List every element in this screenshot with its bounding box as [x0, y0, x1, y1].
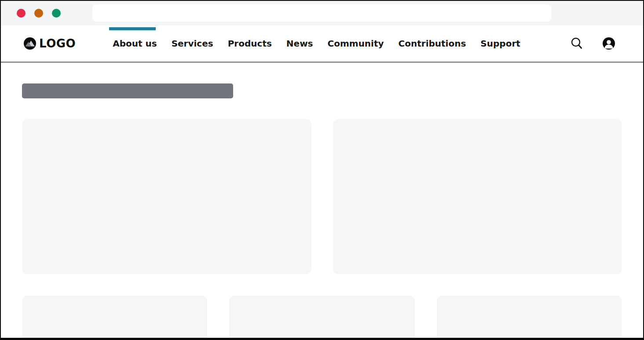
nav-item-community[interactable]: Community	[328, 38, 384, 49]
nav-item-news[interactable]: News	[286, 38, 313, 49]
card-row-top	[22, 119, 622, 274]
browser-window: LOGO About us Services Products News Com…	[0, 0, 644, 340]
card-placeholder	[333, 119, 622, 274]
site-header: LOGO About us Services Products News Com…	[1, 25, 643, 63]
window-zoom-button[interactable]	[52, 9, 61, 18]
card-placeholder	[437, 296, 622, 340]
active-tab-indicator	[109, 27, 156, 30]
card-placeholder	[229, 296, 414, 340]
search-icon[interactable]	[570, 36, 583, 51]
nav-item-support[interactable]: Support	[480, 38, 520, 49]
nav-item-about-us[interactable]: About us	[113, 38, 157, 49]
nav-item-products[interactable]: Products	[228, 38, 272, 49]
logo-mountain-icon	[24, 37, 36, 50]
nav-item-services[interactable]: Services	[172, 38, 213, 49]
logo-text: LOGO	[39, 38, 76, 49]
window-minimize-button[interactable]	[34, 9, 43, 18]
page-title-placeholder	[22, 83, 233, 98]
browser-chrome	[1, 1, 643, 25]
card-placeholder	[22, 119, 311, 274]
account-icon[interactable]	[603, 37, 615, 50]
card-row-bottom	[22, 296, 622, 340]
header-actions	[570, 36, 615, 51]
window-close-button[interactable]	[17, 9, 26, 18]
logo[interactable]: LOGO	[24, 37, 76, 50]
card-placeholder	[22, 296, 207, 340]
main-nav: About us Services Products News Communit…	[113, 38, 520, 49]
window-controls	[17, 1, 61, 25]
url-bar[interactable]	[92, 4, 551, 22]
nav-item-contributions[interactable]: Contributions	[399, 38, 466, 49]
page-content	[1, 83, 643, 340]
